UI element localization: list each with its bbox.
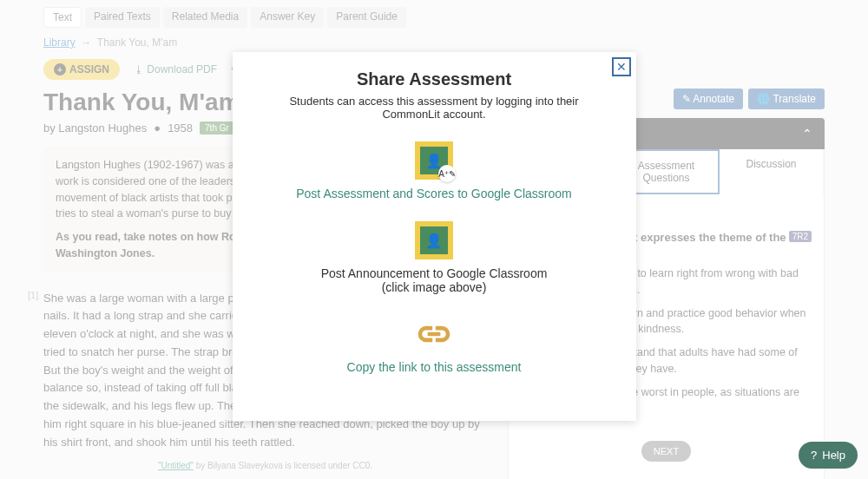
link-icon [415,315,453,353]
help-icon: ? [811,449,817,462]
share-post-assessment[interactable]: 👤 A⁺✎ Post Assessment and Scores to Goog… [267,141,602,200]
modal-title: Share Assessment [267,69,602,89]
help-button[interactable]: ? Help [799,442,858,469]
share-post-announcement[interactable]: 👤 Post Announcement to Google Classroom … [267,221,602,294]
share-modal: ✕ Share Assessment Students can access t… [233,52,636,421]
modal-subtitle: Students can access this assessment by l… [267,95,602,121]
modal-overlay[interactable]: ✕ Share Assessment Students can access t… [0,0,868,479]
google-classroom-icon: 👤 A⁺✎ [415,141,453,180]
share-copy-link[interactable]: Copy the link to this assessment [267,315,602,374]
grade-overlay-icon: A⁺✎ [438,165,456,182]
close-icon[interactable]: ✕ [612,57,631,76]
google-classroom-icon: 👤 [415,221,453,259]
